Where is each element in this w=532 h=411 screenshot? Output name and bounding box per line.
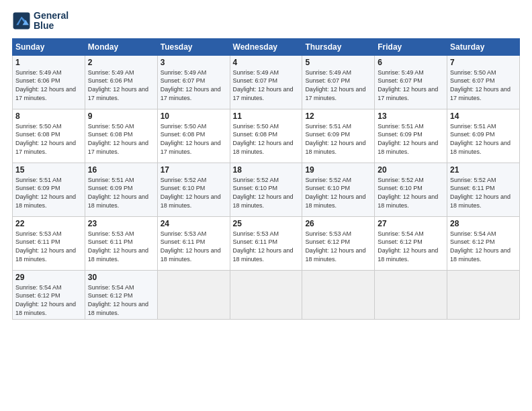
day-info: Sunrise: 5:52 AM Sunset: 6:10 PM Dayligh… <box>378 176 444 210</box>
logo-text: General Blue <box>34 11 69 32</box>
day-info: Sunrise: 5:52 AM Sunset: 6:10 PM Dayligh… <box>305 176 371 210</box>
day-cell: 15 Sunrise: 5:51 AM Sunset: 6:09 PM Dayl… <box>13 163 85 216</box>
day-info: Sunrise: 5:49 AM Sunset: 6:07 PM Dayligh… <box>378 68 444 102</box>
day-number: 13 <box>378 111 444 121</box>
day-info: Sunrise: 5:54 AM Sunset: 6:12 PM Dayligh… <box>15 283 82 317</box>
day-number: 9 <box>88 111 154 121</box>
day-cell: 8 Sunrise: 5:50 AM Sunset: 6:08 PM Dayli… <box>13 109 85 163</box>
day-number: 10 <box>161 111 227 121</box>
day-number: 23 <box>88 219 154 228</box>
day-info: Sunrise: 5:49 AM Sunset: 6:07 PM Dayligh… <box>233 68 300 102</box>
day-cell <box>447 270 520 319</box>
day-info: Sunrise: 5:50 AM Sunset: 6:07 PM Dayligh… <box>450 68 517 102</box>
page: General Blue SundayMondayTuesdayWednesda… <box>0 0 532 411</box>
day-number: 19 <box>305 165 371 175</box>
day-number: 1 <box>15 58 82 67</box>
day-number: 27 <box>378 219 444 228</box>
day-number: 5 <box>305 58 371 67</box>
day-cell: 11 Sunrise: 5:50 AM Sunset: 6:08 PM Dayl… <box>230 109 302 163</box>
day-info: Sunrise: 5:50 AM Sunset: 6:08 PM Dayligh… <box>233 122 300 156</box>
day-info: Sunrise: 5:53 AM Sunset: 6:11 PM Dayligh… <box>88 230 154 263</box>
week-row-5: 29 Sunrise: 5:54 AM Sunset: 6:12 PM Dayl… <box>13 270 520 319</box>
day-cell <box>302 270 375 319</box>
day-number: 14 <box>450 111 517 121</box>
day-info: Sunrise: 5:53 AM Sunset: 6:12 PM Dayligh… <box>305 230 371 263</box>
day-info: Sunrise: 5:54 AM Sunset: 6:12 PM Dayligh… <box>450 230 517 263</box>
day-info: Sunrise: 5:51 AM Sunset: 6:09 PM Dayligh… <box>378 122 444 156</box>
day-info: Sunrise: 5:51 AM Sunset: 6:09 PM Dayligh… <box>305 122 371 156</box>
week-row-1: 1 Sunrise: 5:49 AM Sunset: 6:06 PM Dayli… <box>13 55 520 109</box>
day-cell: 14 Sunrise: 5:51 AM Sunset: 6:09 PM Dayl… <box>447 109 520 163</box>
day-info: Sunrise: 5:52 AM Sunset: 6:10 PM Dayligh… <box>161 176 227 210</box>
day-cell: 1 Sunrise: 5:49 AM Sunset: 6:06 PM Dayli… <box>13 55 85 109</box>
day-cell: 24 Sunrise: 5:53 AM Sunset: 6:11 PM Dayl… <box>157 216 230 270</box>
day-cell <box>157 270 230 319</box>
day-number: 28 <box>450 219 517 228</box>
day-number: 20 <box>378 165 444 175</box>
day-cell: 26 Sunrise: 5:53 AM Sunset: 6:12 PM Dayl… <box>302 216 375 270</box>
day-cell: 28 Sunrise: 5:54 AM Sunset: 6:12 PM Dayl… <box>447 216 520 270</box>
week-row-4: 22 Sunrise: 5:53 AM Sunset: 6:11 PM Dayl… <box>13 216 520 270</box>
col-header-wednesday: Wednesday <box>230 38 302 55</box>
day-info: Sunrise: 5:51 AM Sunset: 6:09 PM Dayligh… <box>450 122 517 156</box>
col-header-tuesday: Tuesday <box>157 38 230 55</box>
day-number: 17 <box>161 165 227 175</box>
day-number: 15 <box>15 165 82 175</box>
day-cell: 12 Sunrise: 5:51 AM Sunset: 6:09 PM Dayl… <box>302 109 375 163</box>
day-info: Sunrise: 5:49 AM Sunset: 6:07 PM Dayligh… <box>161 68 227 102</box>
logo-icon <box>12 11 31 30</box>
day-number: 2 <box>88 58 154 67</box>
svg-rect-0 <box>13 13 30 30</box>
logo: General Blue <box>12 11 69 32</box>
day-info: Sunrise: 5:52 AM Sunset: 6:10 PM Dayligh… <box>233 176 300 210</box>
day-info: Sunrise: 5:54 AM Sunset: 6:12 PM Dayligh… <box>378 230 444 263</box>
day-cell: 23 Sunrise: 5:53 AM Sunset: 6:11 PM Dayl… <box>85 216 157 270</box>
week-row-3: 15 Sunrise: 5:51 AM Sunset: 6:09 PM Dayl… <box>13 163 520 216</box>
day-number: 7 <box>450 58 517 67</box>
day-number: 3 <box>161 58 227 67</box>
day-info: Sunrise: 5:52 AM Sunset: 6:11 PM Dayligh… <box>450 176 517 210</box>
day-number: 25 <box>233 219 300 228</box>
day-info: Sunrise: 5:51 AM Sunset: 6:09 PM Dayligh… <box>88 176 154 210</box>
day-number: 26 <box>305 219 371 228</box>
day-number: 22 <box>15 219 82 228</box>
day-info: Sunrise: 5:49 AM Sunset: 6:07 PM Dayligh… <box>305 68 371 102</box>
day-cell: 2 Sunrise: 5:49 AM Sunset: 6:06 PM Dayli… <box>85 55 157 109</box>
day-info: Sunrise: 5:49 AM Sunset: 6:06 PM Dayligh… <box>88 68 154 102</box>
day-info: Sunrise: 5:50 AM Sunset: 6:08 PM Dayligh… <box>15 122 82 156</box>
col-header-monday: Monday <box>85 38 157 55</box>
header: General Blue <box>12 11 520 32</box>
day-number: 6 <box>378 58 444 67</box>
col-header-saturday: Saturday <box>447 38 520 55</box>
calendar-table: SundayMondayTuesdayWednesdayThursdayFrid… <box>12 38 520 320</box>
day-number: 16 <box>88 165 154 175</box>
day-number: 29 <box>15 273 82 282</box>
day-cell <box>375 270 447 319</box>
day-info: Sunrise: 5:50 AM Sunset: 6:08 PM Dayligh… <box>88 122 154 156</box>
week-row-2: 8 Sunrise: 5:50 AM Sunset: 6:08 PM Dayli… <box>13 109 520 163</box>
day-info: Sunrise: 5:51 AM Sunset: 6:09 PM Dayligh… <box>15 176 82 210</box>
day-cell: 19 Sunrise: 5:52 AM Sunset: 6:10 PM Dayl… <box>302 163 375 216</box>
day-info: Sunrise: 5:53 AM Sunset: 6:11 PM Dayligh… <box>233 230 300 263</box>
day-cell: 29 Sunrise: 5:54 AM Sunset: 6:12 PM Dayl… <box>13 270 85 319</box>
day-cell <box>230 270 302 319</box>
day-number: 4 <box>233 58 300 67</box>
day-cell: 18 Sunrise: 5:52 AM Sunset: 6:10 PM Dayl… <box>230 163 302 216</box>
day-number: 24 <box>161 219 227 228</box>
day-cell: 20 Sunrise: 5:52 AM Sunset: 6:10 PM Dayl… <box>375 163 447 216</box>
day-cell: 4 Sunrise: 5:49 AM Sunset: 6:07 PM Dayli… <box>230 55 302 109</box>
day-cell: 5 Sunrise: 5:49 AM Sunset: 6:07 PM Dayli… <box>302 55 375 109</box>
day-number: 30 <box>88 273 154 282</box>
day-info: Sunrise: 5:50 AM Sunset: 6:08 PM Dayligh… <box>161 122 227 156</box>
day-cell: 21 Sunrise: 5:52 AM Sunset: 6:11 PM Dayl… <box>447 163 520 216</box>
day-info: Sunrise: 5:53 AM Sunset: 6:11 PM Dayligh… <box>161 230 227 263</box>
day-info: Sunrise: 5:49 AM Sunset: 6:06 PM Dayligh… <box>15 68 82 102</box>
day-cell: 27 Sunrise: 5:54 AM Sunset: 6:12 PM Dayl… <box>375 216 447 270</box>
header-row: SundayMondayTuesdayWednesdayThursdayFrid… <box>13 38 520 55</box>
day-cell: 17 Sunrise: 5:52 AM Sunset: 6:10 PM Dayl… <box>157 163 230 216</box>
day-cell: 10 Sunrise: 5:50 AM Sunset: 6:08 PM Dayl… <box>157 109 230 163</box>
day-cell: 25 Sunrise: 5:53 AM Sunset: 6:11 PM Dayl… <box>230 216 302 270</box>
col-header-sunday: Sunday <box>13 38 85 55</box>
day-cell: 6 Sunrise: 5:49 AM Sunset: 6:07 PM Dayli… <box>375 55 447 109</box>
day-number: 11 <box>233 111 300 121</box>
